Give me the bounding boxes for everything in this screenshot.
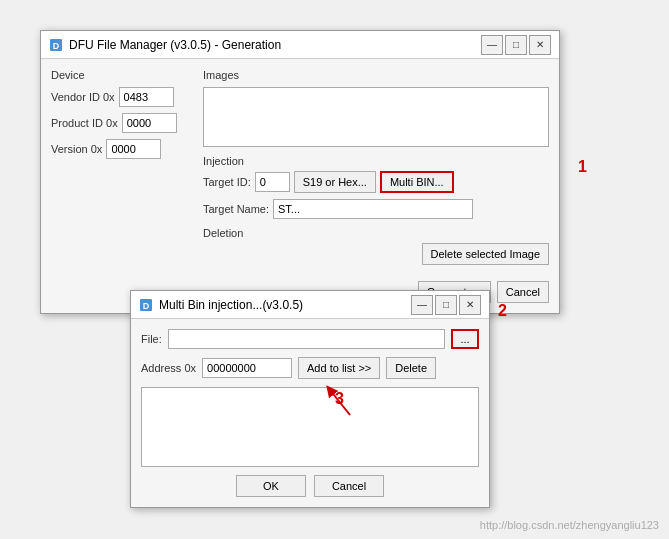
- main-cancel-button[interactable]: Cancel: [497, 281, 549, 303]
- annotation-1: 1: [578, 158, 587, 176]
- target-name-label: Target Name:: [203, 203, 269, 215]
- device-group-label: Device: [51, 69, 191, 81]
- version-input[interactable]: [106, 139, 161, 159]
- target-name-input[interactable]: [273, 199, 473, 219]
- device-panel: Device Vendor ID 0x Product ID 0x Versio…: [51, 69, 191, 273]
- file-row: File: ...: [141, 329, 479, 349]
- injection-rows: Target ID: S19 or Hex... Multi BIN... Ta…: [203, 171, 549, 219]
- delete-button[interactable]: Delete: [386, 357, 436, 379]
- deletion-section: Deletion Delete selected Image: [203, 227, 549, 265]
- watermark: http://blog.csdn.net/zhengyangliu123: [480, 519, 659, 531]
- multi-bin-title-bar: D Multi Bin injection...(v3.0.5) — □ ✕: [131, 291, 489, 319]
- address-label: Address 0x: [141, 362, 196, 374]
- main-close-button[interactable]: ✕: [529, 35, 551, 55]
- main-window: D DFU File Manager (v3.0.5) - Generation…: [40, 30, 560, 314]
- main-window-title: DFU File Manager (v3.0.5) - Generation: [69, 38, 475, 52]
- svg-text:D: D: [53, 41, 60, 51]
- main-layout: Device Vendor ID 0x Product ID 0x Versio…: [51, 69, 549, 273]
- multi-bin-window-icon: D: [139, 298, 153, 312]
- version-label: Version 0x: [51, 143, 102, 155]
- multi-bin-button[interactable]: Multi BIN...: [380, 171, 454, 193]
- multi-bin-bottom-buttons: OK Cancel: [141, 475, 479, 497]
- browse-button[interactable]: ...: [451, 329, 479, 349]
- main-title-bar: D DFU File Manager (v3.0.5) - Generation…: [41, 31, 559, 59]
- address-input[interactable]: [202, 358, 292, 378]
- injection-label: Injection: [203, 155, 549, 167]
- target-name-row: Target Name:: [203, 199, 549, 219]
- multi-bin-title-bar-controls: — □ ✕: [411, 295, 481, 315]
- vendor-id-input[interactable]: [119, 87, 174, 107]
- version-row: Version 0x: [51, 139, 191, 159]
- vendor-id-row: Vendor ID 0x: [51, 87, 191, 107]
- images-area: [203, 87, 549, 147]
- main-content: Device Vendor ID 0x Product ID 0x Versio…: [41, 59, 559, 313]
- target-id-row: Target ID: S19 or Hex... Multi BIN...: [203, 171, 549, 193]
- multi-bin-close-button[interactable]: ✕: [459, 295, 481, 315]
- annotation-2: 2: [498, 302, 507, 320]
- file-input[interactable]: [168, 329, 445, 349]
- deletion-label: Deletion: [203, 227, 549, 239]
- svg-text:D: D: [143, 301, 150, 311]
- s19-hex-button[interactable]: S19 or Hex...: [294, 171, 376, 193]
- multi-bin-maximize-button[interactable]: □: [435, 295, 457, 315]
- ok-button[interactable]: OK: [236, 475, 306, 497]
- target-id-label: Target ID:: [203, 176, 251, 188]
- delete-image-button[interactable]: Delete selected Image: [422, 243, 549, 265]
- multi-bin-window-title: Multi Bin injection...(v3.0.5): [159, 298, 405, 312]
- annotation-3: 3: [335, 390, 344, 408]
- main-window-icon: D: [49, 38, 63, 52]
- product-id-row: Product ID 0x: [51, 113, 191, 133]
- images-panel: Images Injection Target ID: S19 or Hex..…: [203, 69, 549, 273]
- cancel-button[interactable]: Cancel: [314, 475, 384, 497]
- main-maximize-button[interactable]: □: [505, 35, 527, 55]
- images-group-label: Images: [203, 69, 549, 81]
- file-label: File:: [141, 333, 162, 345]
- product-id-label: Product ID 0x: [51, 117, 118, 129]
- target-id-input[interactable]: [255, 172, 290, 192]
- vendor-id-label: Vendor ID 0x: [51, 91, 115, 103]
- product-id-input[interactable]: [122, 113, 177, 133]
- main-minimize-button[interactable]: —: [481, 35, 503, 55]
- multi-bin-minimize-button[interactable]: —: [411, 295, 433, 315]
- main-title-bar-controls: — □ ✕: [481, 35, 551, 55]
